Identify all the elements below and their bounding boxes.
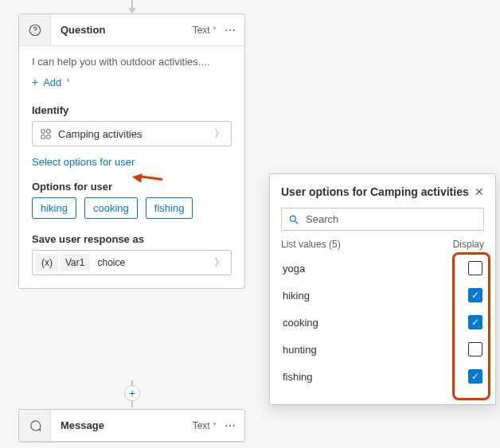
display-checkbox[interactable]: ✓ — [468, 288, 482, 302]
options-label: Options for user — [32, 181, 232, 193]
identify-field[interactable]: Camping activities 〉 — [32, 121, 232, 146]
message-icon — [19, 410, 51, 441]
display-checkbox[interactable]: ✓ — [468, 369, 482, 384]
option-label: hiking — [283, 290, 310, 302]
variable-x-icon: (x) — [41, 257, 53, 268]
message-title: Message — [51, 410, 193, 441]
display-checkbox[interactable]: ✓ — [468, 315, 482, 329]
select-options-link[interactable]: Select options for user — [32, 156, 135, 168]
option-chip[interactable]: fishing — [146, 197, 193, 219]
question-title: Question — [51, 14, 193, 45]
option-chip[interactable]: cooking — [84, 197, 138, 219]
svg-rect-2 — [41, 129, 44, 132]
connector-top — [131, 0, 133, 10]
save-as-label: Save user response as — [32, 233, 232, 245]
question-header: Question Text ˅ ⋯ — [19, 14, 244, 46]
display-checkbox[interactable] — [468, 342, 482, 356]
add-label: Add — [43, 76, 61, 88]
more-menu[interactable]: ⋯ — [225, 24, 236, 37]
question-type-dropdown[interactable]: Text ˅ — [193, 25, 217, 36]
svg-rect-5 — [46, 134, 49, 138]
chevron-down-icon: ˅ — [66, 78, 70, 87]
option-label: yoga — [283, 263, 305, 275]
user-options-panel: User options for Camping activities ✕ Se… — [269, 173, 496, 405]
plus-icon: + — [32, 76, 38, 88]
question-message: I can help you with outdoor activities..… — [32, 56, 232, 68]
question-card[interactable]: Question Text ˅ ⋯ I can help you with ou… — [18, 14, 245, 289]
search-icon — [288, 214, 299, 225]
more-menu[interactable]: ⋯ — [225, 419, 236, 432]
type-label: Text — [193, 25, 210, 36]
search-placeholder: Search — [306, 213, 338, 225]
svg-rect-4 — [41, 134, 44, 138]
option-row: fishing ✓ — [281, 363, 484, 390]
question-icon — [19, 14, 51, 45]
close-icon[interactable]: ✕ — [475, 185, 484, 198]
message-card[interactable]: Message Text ˅ ⋯ — [18, 409, 245, 442]
identify-label: Identify — [32, 104, 232, 116]
variable-type: choice — [92, 254, 131, 271]
svg-line-7 — [295, 220, 299, 224]
message-type-dropdown[interactable]: Text ˅ — [193, 420, 217, 431]
type-label: Text — [193, 420, 210, 431]
display-checkbox[interactable] — [468, 261, 482, 275]
grid-icon — [39, 128, 52, 140]
variable-icon-pill: (x) — [36, 254, 58, 271]
option-chip[interactable]: hiking — [32, 197, 76, 219]
svg-point-1 — [34, 33, 35, 33]
options-list: hiking cooking fishing — [32, 197, 232, 219]
chevron-down-icon: ˅ — [213, 422, 217, 430]
message-header: Message Text ˅ ⋯ — [19, 410, 244, 442]
variable-name: Var1 — [60, 254, 90, 271]
identify-value: Camping activities — [58, 128, 143, 140]
display-column-label: Display — [453, 239, 484, 250]
chevron-right-icon: 〉 — [214, 127, 225, 141]
panel-title: User options for Camping activities — [281, 185, 469, 198]
option-row: hunting — [281, 336, 484, 363]
option-label: hunting — [283, 344, 317, 356]
option-label: cooking — [283, 317, 318, 329]
svg-point-6 — [290, 216, 295, 221]
variable-field[interactable]: (x) Var1 choice 〉 — [32, 250, 232, 275]
option-row: hiking ✓ — [281, 282, 484, 309]
chevron-right-icon: 〉 — [214, 255, 228, 270]
option-row: cooking ✓ — [281, 309, 484, 336]
search-input[interactable]: Search — [281, 208, 484, 231]
add-button[interactable]: + Add ˅ — [32, 76, 70, 88]
add-node-button[interactable]: + — [124, 385, 140, 401]
annotation-arrow — [131, 173, 162, 181]
list-values-label: List values (5) — [281, 239, 341, 250]
svg-rect-3 — [46, 129, 49, 132]
chevron-down-icon: ˅ — [213, 26, 217, 35]
option-label: fishing — [283, 371, 313, 383]
option-row: yoga — [281, 255, 484, 282]
